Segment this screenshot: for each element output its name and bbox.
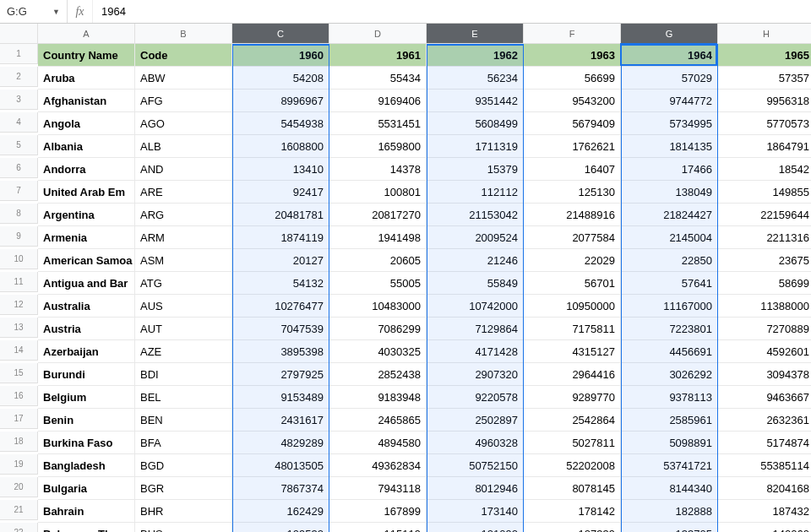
cell-value[interactable]: 2542864 [524,409,621,432]
cell-value[interactable]: 48013505 [232,454,329,477]
cell-value[interactable]: 11167000 [621,295,718,318]
cell-value[interactable]: 57029 [621,67,718,90]
cell-value[interactable]: 22029 [524,249,621,272]
cell-value[interactable]: 22850 [621,249,718,272]
cell-value[interactable]: 56701 [524,272,621,295]
cell-country[interactable]: Burundi [38,363,135,386]
cell-country[interactable]: Armenia [38,226,135,249]
cell-value[interactable]: 187432 [718,500,811,523]
cell-value[interactable]: 7047539 [232,318,329,340]
cell-value[interactable]: 5734995 [621,112,718,135]
cell-code[interactable]: BFA [135,432,232,454]
row-header[interactable]: 20 [0,477,38,497]
cell-value[interactable]: 149855 [718,181,811,204]
row-header[interactable]: 6 [0,158,38,178]
cell-value[interactable]: 127339 [524,523,621,532]
cell-code[interactable]: BHR [135,500,232,523]
cell-value[interactable]: 20817270 [329,204,427,226]
cell-value[interactable]: 5679409 [524,112,621,135]
cell-value[interactable]: 23675 [718,249,811,272]
cell-value[interactable]: 1711319 [427,135,524,158]
cell-country[interactable]: Australia [38,295,135,318]
cell-country[interactable]: Bahamas, The [38,523,135,532]
cell-value[interactable]: 21488916 [524,204,621,226]
cell-value[interactable]: 9463667 [718,386,811,409]
cell-value[interactable]: 5454938 [232,112,329,135]
cell-value[interactable]: 2502897 [427,409,524,432]
cell-value[interactable]: 21824427 [621,204,718,226]
cell-country[interactable]: Albania [38,135,135,158]
cell-value[interactable]: 7943118 [329,477,427,500]
cell-value[interactable]: 7270889 [718,318,811,340]
cell-value[interactable]: 2632361 [718,409,811,432]
cell-value[interactable]: 9169406 [329,90,427,112]
column-header[interactable]: F [524,24,621,44]
cell-value[interactable]: 4030325 [329,340,427,363]
cell-value[interactable]: 112112 [427,181,524,204]
cell-code[interactable]: BEN [135,409,232,432]
cell-value[interactable]: 2145004 [621,226,718,249]
column-header[interactable]: A [38,24,135,44]
cell-country[interactable]: Aruba [38,67,135,90]
cell-value[interactable]: 2211316 [718,226,811,249]
cell-value[interactable]: 2852438 [329,363,427,386]
header-cell[interactable]: 1963 [524,44,621,67]
cell-country[interactable]: Afghanistan [38,90,135,112]
header-cell[interactable]: 1961 [329,44,427,67]
row-header[interactable]: 1 [0,44,38,64]
cell-value[interactable]: 8012946 [427,477,524,500]
cell-code[interactable]: ARE [135,181,232,204]
cell-value[interactable]: 57357 [718,67,811,90]
row-header[interactable]: 5 [0,135,38,155]
row-header[interactable]: 14 [0,340,38,361]
cell-value[interactable]: 115119 [329,523,427,532]
cell-code[interactable]: BGD [135,454,232,477]
cell-value[interactable]: 20481781 [232,204,329,226]
cell-value[interactable]: 173140 [427,500,524,523]
header-cell[interactable]: Country Name [38,44,135,67]
cell-code[interactable]: AUS [135,295,232,318]
cell-value[interactable]: 5770573 [718,112,811,135]
cell-value[interactable]: 1941498 [329,226,427,249]
row-header[interactable]: 15 [0,363,38,383]
cell-value[interactable]: 49362834 [329,454,427,477]
cell-value[interactable]: 20605 [329,249,427,272]
cell-value[interactable]: 20127 [232,249,329,272]
cell-value[interactable]: 9220578 [427,386,524,409]
cell-value[interactable]: 10950000 [524,295,621,318]
cell-value[interactable]: 3026292 [621,363,718,386]
cell-code[interactable]: ABW [135,67,232,90]
header-cell[interactable]: 1964 [621,44,718,67]
cell-value[interactable]: 133705 [621,523,718,532]
cell-value[interactable]: 2797925 [232,363,329,386]
cell-country[interactable]: Bahrain [38,500,135,523]
cell-value[interactable]: 7175811 [524,318,621,340]
header-cell[interactable]: Code [135,44,232,67]
cell-value[interactable]: 138049 [621,181,718,204]
cell-value[interactable]: 4456691 [621,340,718,363]
cell-code[interactable]: AZE [135,340,232,363]
cell-country[interactable]: Andorra [38,158,135,181]
row-header[interactable]: 7 [0,181,38,201]
cell-value[interactable]: 5174874 [718,432,811,454]
cell-code[interactable]: BGR [135,477,232,500]
cell-value[interactable]: 92417 [232,181,329,204]
cell-value[interactable]: 52202008 [524,454,621,477]
cell-value[interactable]: 9351442 [427,90,524,112]
cell-value[interactable]: 2907320 [427,363,524,386]
cell-value[interactable]: 8144340 [621,477,718,500]
column-header[interactable]: G [621,24,718,44]
column-header[interactable]: H [718,24,811,44]
row-header[interactable]: 19 [0,454,38,475]
cell-value[interactable]: 9543200 [524,90,621,112]
cell-value[interactable]: 14378 [329,158,427,181]
cell-value[interactable]: 178142 [524,500,621,523]
cell-value[interactable]: 7867374 [232,477,329,500]
row-header[interactable]: 13 [0,318,38,338]
cell-value[interactable]: 5608499 [427,112,524,135]
cell-value[interactable]: 8204168 [718,477,811,500]
cell-value[interactable]: 54208 [232,67,329,90]
name-box[interactable]: G:G ▼ [0,0,68,23]
cell-value[interactable]: 55434 [329,67,427,90]
cell-code[interactable]: AFG [135,90,232,112]
